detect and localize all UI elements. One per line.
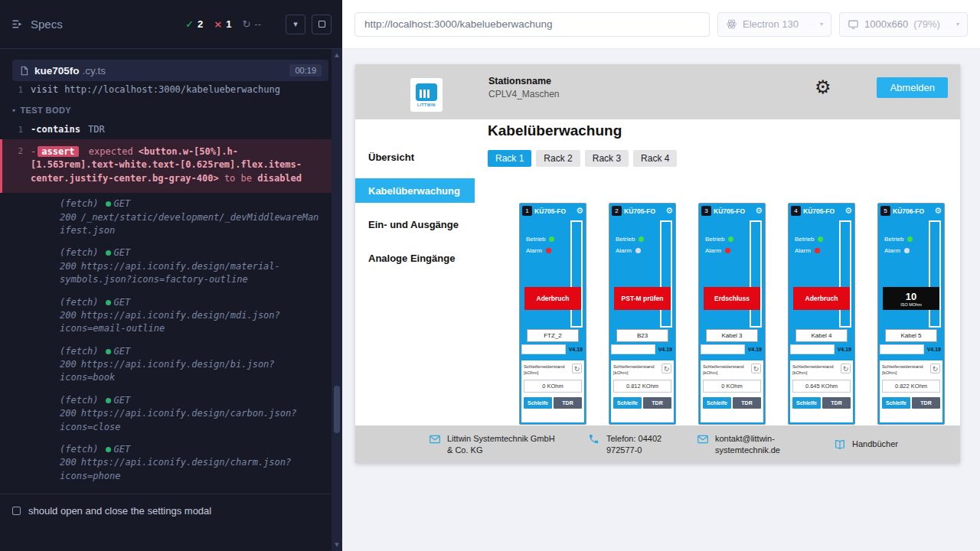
gear-icon[interactable]: ⚙ — [665, 207, 673, 215]
test-icon — [12, 507, 21, 515]
status-ok-dot — [106, 250, 111, 256]
gear-icon[interactable]: ⚙ — [755, 207, 763, 215]
tab-rack-2[interactable]: Rack 2 — [536, 150, 580, 167]
status-ok-dot — [106, 201, 111, 207]
footer-email: kontakt@littwin-systemtechnik.de — [697, 433, 802, 456]
tdr-button[interactable]: TDR — [822, 397, 851, 409]
alarm-label: Alarm — [795, 247, 811, 254]
refresh-icon[interactable]: ↻ — [930, 364, 940, 373]
scroll-down-icon[interactable]: ▼ — [332, 542, 342, 548]
scrollbar-thumb[interactable] — [334, 386, 340, 433]
viewport-selector[interactable]: 1000x660 (79%) ▾ — [839, 12, 968, 37]
fetch-tag: (fetch) — [60, 395, 99, 406]
card-status: 10 ISO MOhm — [883, 287, 939, 310]
schleife-button[interactable]: Schleife — [792, 397, 821, 409]
viewport-zoom: (79%) — [913, 18, 940, 30]
gear-icon[interactable]: ⚙ — [576, 207, 583, 215]
cable-name-field[interactable]: Kabel 3 — [706, 329, 758, 342]
gear-icon[interactable]: ⚙ — [934, 207, 942, 215]
command-visit[interactable]: 1 visithttp://localhost:3000/kabelueberw… — [0, 81, 332, 98]
resistance-label: Schleifenwiderstand [kOhm] — [613, 364, 660, 377]
status-text: 10 — [906, 291, 916, 302]
card-status: Aderbruch — [793, 287, 850, 310]
specs-menu-button[interactable]: Specs — [11, 18, 63, 31]
cable-name-field[interactable]: B23 — [616, 329, 668, 342]
footer-manuals-link[interactable]: Handbücher — [834, 439, 898, 451]
tab-rack-4[interactable]: Rack 4 — [633, 150, 677, 167]
version-box — [611, 344, 655, 354]
fetch-log-row[interactable]: (fetch)GET 200https://api.iconify.design… — [0, 242, 332, 291]
tab-rack-1[interactable]: Rack 1 — [488, 150, 531, 167]
sidebar-item-uebersicht[interactable]: Übersicht — [355, 145, 475, 169]
fetch-tag: (fetch) — [60, 297, 99, 308]
tdr-button[interactable]: TDR — [554, 397, 582, 409]
fetch-log-row[interactable]: (fetch)GET 200https://api.iconify.design… — [0, 439, 332, 487]
footer-company: Littwin Systemtechnik GmbH & Co. KG — [429, 433, 562, 456]
fetch-url: https://api.iconify.design/charm.json?ic… — [60, 457, 291, 481]
assert-message: -assert expected <button.w-[50%].h-[1.56… — [31, 145, 322, 185]
cable-name-field[interactable]: Kabel 4 — [795, 329, 848, 342]
card-model: KÜ705-FO — [803, 207, 842, 215]
cable-name-field[interactable]: FTZ_2 — [527, 329, 579, 342]
resistance-panel: Schleifenwiderstand [kOhm] ↻ 0.822 KOhm … — [880, 360, 942, 422]
scroll-up-icon[interactable]: ▲ — [332, 52, 342, 58]
test-body-header[interactable]: ▾ TEST BODY — [0, 98, 332, 121]
refresh-icon[interactable]: ↻ — [751, 364, 761, 373]
spec-file-bar[interactable]: kue705fo .cy.ts 00:19 — [12, 60, 328, 81]
scrollbar[interactable]: ▲ ▼ — [332, 49, 342, 551]
settings-gear-icon[interactable]: ⚙ — [815, 78, 831, 96]
version-label: V4.19 — [658, 347, 674, 352]
card-status: Erdschluss — [704, 287, 760, 310]
email-address: kontakt@littwin-systemtechnik.de — [715, 433, 802, 456]
fetch-log-row[interactable]: (fetch)GET 200https://api.iconify.design… — [0, 390, 332, 439]
failed-assert-command[interactable]: 2 -assert expected <button.w-[50%].h-[1.… — [0, 139, 332, 193]
command-contains[interactable]: 1 -containsTDR — [0, 121, 332, 138]
fetch-tag: (fetch) — [60, 247, 99, 258]
logout-button[interactable]: Abmelden — [877, 77, 948, 98]
specs-list-icon — [11, 18, 24, 31]
alarm-label: Alarm — [616, 247, 632, 254]
alarm-led — [815, 248, 820, 253]
url-input[interactable] — [354, 12, 710, 37]
betrieb-label: Betrieb — [526, 236, 545, 243]
next-test-row[interactable]: should open and close the settings modal — [0, 494, 332, 551]
schleife-button[interactable]: Schleife — [882, 397, 910, 409]
phone-icon — [588, 433, 600, 445]
fetch-log-row[interactable]: (fetch)GET 200/_next/static/development/… — [0, 193, 332, 242]
level-indicator — [750, 220, 762, 328]
schleife-button[interactable]: Schleife — [524, 397, 552, 409]
fetch-log-row[interactable]: (fetch)GET 200https://api.iconify.design… — [0, 292, 332, 341]
tdr-button[interactable]: TDR — [912, 397, 940, 409]
failed-stat: ×1 — [214, 18, 231, 30]
sidebar-item-kabelueberwachung[interactable]: Kabelüberwachung — [355, 178, 475, 203]
card-model: KÜ706-FO — [893, 207, 932, 215]
status-text: Aderbruch — [537, 295, 570, 302]
refresh-icon[interactable]: ↻ — [572, 364, 582, 373]
command-name: -contains — [31, 124, 80, 135]
cable-name-field[interactable]: Kabel 5 — [885, 329, 937, 342]
browser-selector[interactable]: Electron 130 ▾ — [717, 12, 831, 37]
refresh-icon[interactable]: ↻ — [841, 364, 851, 373]
gear-icon[interactable]: ⚙ — [844, 207, 852, 215]
tab-rack-3[interactable]: Rack 3 — [585, 150, 629, 167]
schleife-button[interactable]: Schleife — [703, 397, 731, 409]
book-icon — [834, 439, 846, 451]
refresh-icon[interactable]: ↻ — [662, 364, 671, 373]
schleife-button[interactable]: Schleife — [613, 397, 642, 409]
resistance-panel: Schleifenwiderstand [kOhm] ↻ 0.812 KOhm … — [611, 360, 674, 422]
tdr-button[interactable]: TDR — [733, 397, 761, 409]
sidebar-item-ein-und-ausgaenge[interactable]: Ein- und Ausgänge — [355, 212, 475, 236]
command-number: 1 — [0, 124, 31, 135]
command-number: 2 — [2, 145, 31, 185]
collapse-runner-button[interactable]: ▾ — [286, 15, 305, 34]
resistance-label: Schleifenwiderstand [kOhm] — [703, 364, 750, 377]
spec-extension: .cy.ts — [83, 65, 106, 77]
card-model: KÜ705-FO — [534, 207, 573, 215]
check-icon: ✓ — [185, 18, 194, 30]
stop-tests-button[interactable] — [312, 15, 332, 34]
tdr-button[interactable]: TDR — [643, 397, 671, 409]
fetch-log-row[interactable]: (fetch)GET 200https://api.iconify.design… — [0, 341, 332, 390]
sidebar-item-analoge-eingaenge[interactable]: Analoge Eingänge — [355, 246, 475, 270]
specs-label: Specs — [31, 18, 63, 31]
card-number: 3 — [701, 206, 711, 216]
